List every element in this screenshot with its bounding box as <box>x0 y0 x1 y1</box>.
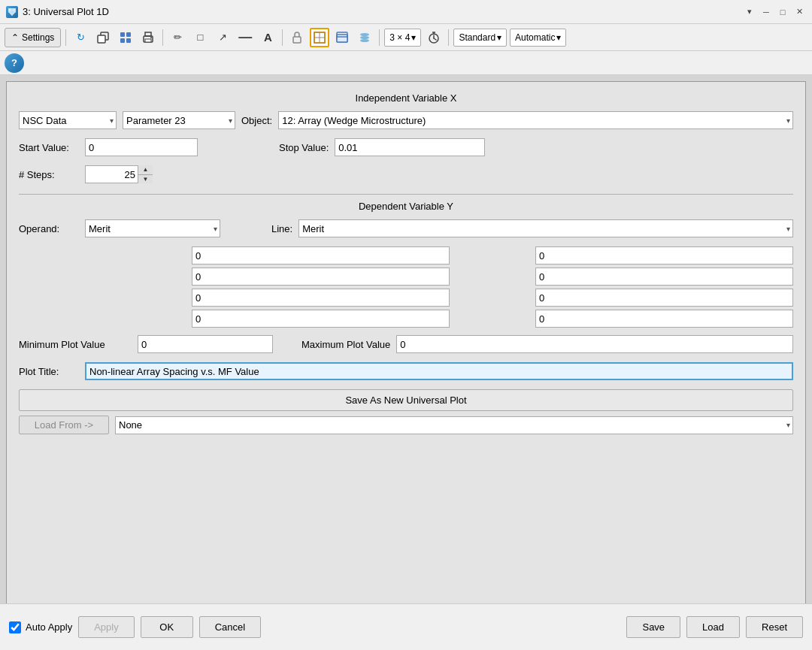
dep-middle-spacer <box>459 246 526 328</box>
standard-arrow: ▾ <box>497 32 501 43</box>
help-toolbar: ? <box>0 51 812 75</box>
app-icon <box>6 6 18 18</box>
load-from-select[interactable]: None File 1 <box>115 416 793 434</box>
pin-button[interactable]: ▾ <box>743 5 756 19</box>
line-field-1[interactable] <box>535 246 793 265</box>
steps-spinner: ▲ ▼ <box>85 165 153 183</box>
svg-rect-19 <box>337 37 347 42</box>
refresh-button[interactable]: ↻ <box>71 28 90 47</box>
stop-label: Stop Value: <box>279 142 329 153</box>
data-source-select[interactable]: NSC Data Lens Data System Data <box>19 111 117 129</box>
auto-apply-checkbox[interactable] <box>9 621 21 633</box>
min-plot-input[interactable] <box>138 335 273 353</box>
line-wrapper: Merit Line 1 <box>298 219 793 237</box>
spinner-up-button[interactable]: ▲ <box>138 165 153 175</box>
arrow-button[interactable]: ↗ <box>213 28 232 47</box>
main-toolbar: ⌃ Settings ↻ <box>0 24 812 51</box>
copy-button[interactable] <box>93 28 113 47</box>
automatic-dropdown[interactable]: Automatic ▾ <box>510 29 566 47</box>
timer-button[interactable] <box>424 28 444 47</box>
export-button[interactable] <box>332 28 352 47</box>
layout-button[interactable] <box>310 28 329 47</box>
line-button[interactable]: — <box>235 28 255 47</box>
pencil-button[interactable]: ✏ <box>168 28 187 47</box>
load-from-button[interactable]: Load From -> <box>19 416 109 434</box>
dep-row1: Operand: Merit Operand 1 Line: Merit Lin… <box>19 219 793 237</box>
automatic-label: Automatic <box>515 32 555 43</box>
grid-dropdown-arrow: ▾ <box>411 32 416 43</box>
title-bar-left: 3: Universal Plot 1D <box>6 6 109 18</box>
svg-point-21 <box>360 36 369 39</box>
settings-panel: Independent Variable X NSC Data Lens Dat… <box>6 81 806 621</box>
save-new-button[interactable]: Save As New Universal Plot <box>19 389 793 411</box>
toolbar-separator-1 <box>65 29 66 46</box>
stop-value-input[interactable] <box>335 138 485 156</box>
print-button[interactable] <box>138 28 158 47</box>
svg-rect-5 <box>126 32 131 37</box>
layers-button[interactable] <box>355 28 374 47</box>
title-bar: 3: Universal Plot 1D ▾ ─ □ ✕ <box>0 0 812 24</box>
load-from-wrapper: None File 1 <box>115 416 793 434</box>
spinner-down-button[interactable]: ▼ <box>138 175 153 184</box>
standard-dropdown[interactable]: Standard ▾ <box>453 29 507 47</box>
line-field-3[interactable] <box>535 289 793 307</box>
operand-field-2[interactable] <box>192 268 450 286</box>
plot-title-label: Plot Title: <box>19 366 79 377</box>
help-button[interactable]: ? <box>5 53 24 73</box>
operand-select[interactable]: Merit Operand 1 <box>85 219 220 237</box>
min-plot-label: Minimum Plot Value <box>19 339 132 350</box>
indep-row2: Start Value: Stop Value: <box>19 138 793 156</box>
grid-size-dropdown[interactable]: 3 × 4 ▾ <box>384 29 421 47</box>
save-button[interactable]: Save <box>626 616 680 638</box>
operand-field-4[interactable] <box>192 310 450 328</box>
standard-label: Standard <box>459 32 495 43</box>
start-value-input[interactable] <box>85 138 198 156</box>
operand-field-1[interactable] <box>192 246 450 265</box>
svg-rect-6 <box>120 38 125 43</box>
line-select[interactable]: Merit Line 1 <box>298 219 793 237</box>
text-button[interactable]: A <box>258 28 277 47</box>
dep-section-header: Dependent Variable Y <box>19 201 793 212</box>
toolbar-separator-2 <box>162 29 163 46</box>
close-button[interactable]: ✕ <box>792 5 806 19</box>
plot-title-input[interactable] <box>85 362 793 380</box>
object-select[interactable]: 12: Array (Wedge Microstructure) 1: Stan… <box>278 111 793 129</box>
auto-apply-wrap: Auto Apply <box>9 621 72 633</box>
max-plot-input[interactable] <box>396 335 793 353</box>
indep-section-header: Independent Variable X <box>19 92 793 104</box>
operand-field-3[interactable] <box>192 289 450 307</box>
plot-range-row: Minimum Plot Value Maximum Plot Value <box>19 335 793 353</box>
ok-button[interactable]: OK <box>141 616 193 638</box>
minimize-button[interactable]: ─ <box>759 5 773 19</box>
grid-view-button[interactable] <box>116 28 135 47</box>
object-wrapper: 12: Array (Wedge Microstructure) 1: Stan… <box>278 111 793 129</box>
svg-point-22 <box>360 39 369 42</box>
chevron-up-icon: ⌃ <box>11 32 19 43</box>
dep-fields-container <box>19 246 793 328</box>
rect-button[interactable]: □ <box>190 28 210 47</box>
line-field-4[interactable] <box>535 310 793 328</box>
toolbar-separator-4 <box>379 29 380 46</box>
line-fields-col <box>535 246 793 328</box>
svg-rect-12 <box>293 37 301 43</box>
svg-rect-10 <box>145 39 151 42</box>
apply-button[interactable]: Apply <box>78 616 135 638</box>
settings-button[interactable]: ⌃ Settings <box>5 28 61 47</box>
line-label: Line: <box>271 223 292 234</box>
lock-button[interactable] <box>287 28 307 47</box>
maximize-button[interactable]: □ <box>776 5 789 19</box>
line-field-2[interactable] <box>535 268 793 286</box>
grid-size-label: 3 × 4 <box>389 32 410 43</box>
load-button[interactable]: Load <box>686 616 740 638</box>
main-window: 3: Universal Plot 1D ▾ ─ □ ✕ ⌃ Settings … <box>0 0 812 650</box>
cancel-button[interactable]: Cancel <box>199 616 261 638</box>
automatic-arrow: ▾ <box>556 32 561 43</box>
title-bar-controls: ▾ ─ □ ✕ <box>743 5 806 19</box>
svg-line-25 <box>434 38 436 40</box>
reset-button[interactable]: Reset <box>746 616 803 638</box>
start-label: Start Value: <box>19 142 79 153</box>
indep-title: Independent Variable X <box>356 92 457 104</box>
content-area: Independent Variable X NSC Data Lens Dat… <box>0 75 812 627</box>
section-divider-1 <box>19 194 793 195</box>
parameter-select[interactable]: Parameter 23 Parameter 1 <box>123 111 235 129</box>
